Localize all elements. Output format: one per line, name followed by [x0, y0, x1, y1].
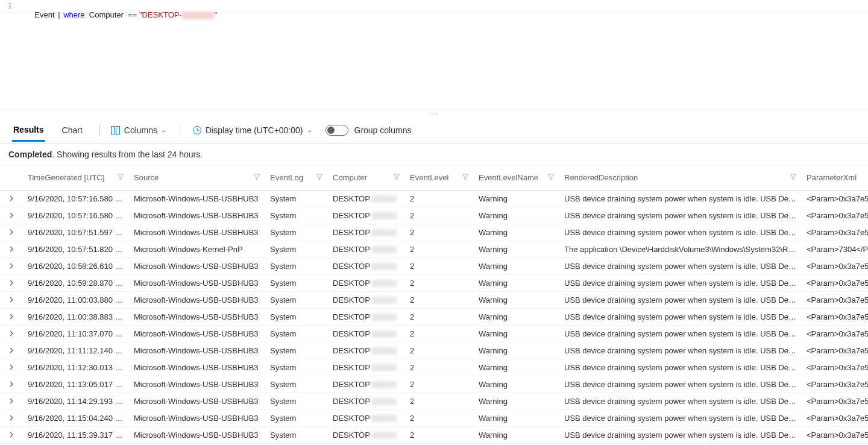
cell-eventlevel: 2 — [405, 342, 474, 359]
cell-eventlog: System — [265, 274, 328, 291]
expand-row-button[interactable] — [0, 207, 23, 224]
table-row: 9/16/2020, 11:13:05.017 PMMicrosoft-Wind… — [0, 376, 868, 393]
redacted-text — [371, 364, 397, 371]
col-header-eventlevelname[interactable]: EventLevelName — [474, 166, 559, 190]
cell-eventlevelname: Warning — [474, 376, 559, 393]
expand-row-button[interactable] — [0, 359, 23, 376]
table-header-row: TimeGenerated [UTC] Source EventLog Comp… — [0, 166, 868, 190]
cell-rendered: USB device draining system power when sy… — [559, 376, 802, 393]
filter-icon[interactable] — [117, 173, 124, 182]
cell-computer: DESKTOP — [328, 190, 405, 207]
cell-source: Microsoft-Windows-USB-USBHUB3 — [129, 274, 265, 291]
query-code[interactable]: Event | where Computer == "DESKTOP-" — [16, 1, 217, 11]
filter-icon[interactable] — [547, 173, 555, 182]
col-header-eventlevel[interactable]: EventLevel — [405, 166, 474, 190]
redacted-text — [371, 246, 397, 253]
table-row: 9/16/2020, 11:15:39.317 PMMicrosoft-Wind… — [0, 426, 868, 443]
cell-time: 9/16/2020, 11:00:38.883 PM — [23, 308, 129, 325]
cell-computer: DESKTOP — [328, 207, 405, 224]
col-header-computer[interactable]: Computer — [328, 166, 405, 190]
filter-icon[interactable] — [253, 173, 260, 182]
col-header-paramxml[interactable]: ParameterXml — [802, 166, 868, 190]
table-row: 9/16/2020, 10:59:28.870 PMMicrosoft-Wind… — [0, 274, 868, 291]
results-toolbar: Results Chart Columns ⌄ Display time (UT… — [0, 117, 868, 144]
status-bar: Completed. Showing results from the last… — [0, 144, 868, 166]
expand-row-button[interactable] — [0, 224, 23, 241]
redacted-text — [371, 229, 397, 236]
cell-computer: DESKTOP — [328, 376, 405, 393]
expand-row-button[interactable] — [0, 342, 23, 359]
filter-icon[interactable] — [462, 173, 469, 182]
cell-computer: DESKTOP — [328, 342, 405, 359]
cell-eventlevel: 2 — [405, 257, 474, 274]
cell-paramxml: <Param>0x3a7e588 — [802, 224, 868, 241]
cell-time: 9/16/2020, 11:15:39.317 PM — [23, 426, 129, 443]
cell-eventlog: System — [265, 426, 328, 443]
query-editor[interactable]: 1 Event | where Computer == "DESKTOP-" — [0, 0, 868, 13]
expand-row-button[interactable] — [0, 274, 23, 291]
cell-rendered: USB device draining system power when sy… — [559, 224, 802, 241]
results-table-wrap[interactable]: TimeGenerated [UTC] Source EventLog Comp… — [0, 166, 868, 444]
expand-row-button[interactable] — [0, 426, 23, 443]
expand-row-button[interactable] — [0, 409, 23, 426]
expand-row-button[interactable] — [0, 241, 23, 257]
cell-eventlevel: 2 — [405, 376, 474, 393]
cell-eventlevel: 2 — [405, 241, 474, 257]
cell-source: Microsoft-Windows-USB-USBHUB3 — [129, 376, 265, 393]
cell-eventlog: System — [265, 224, 328, 241]
expand-row-button[interactable] — [0, 325, 23, 342]
filter-icon[interactable] — [790, 173, 797, 182]
cell-time: 9/16/2020, 10:57:51.820 PM — [23, 241, 129, 257]
cell-eventlevel: 2 — [405, 207, 474, 224]
cell-eventlevelname: Warning — [474, 274, 559, 291]
cell-eventlevelname: Warning — [474, 359, 559, 376]
editor-blank-area[interactable] — [0, 13, 868, 110]
cell-eventlevelname: Warning — [474, 190, 559, 207]
cell-paramxml: <Param>0x3a7e588 — [802, 257, 868, 274]
columns-icon — [111, 126, 121, 134]
resize-handle[interactable]: ··· — [0, 110, 868, 117]
cell-time: 9/16/2020, 10:57:16.580 PM — [23, 190, 129, 207]
table-row: 9/16/2020, 10:57:51.820 PMMicrosoft-Wind… — [0, 241, 868, 257]
filter-icon[interactable] — [393, 173, 400, 182]
cell-rendered: USB device draining system power when sy… — [559, 325, 802, 342]
col-header-rendered[interactable]: RenderedDescription — [559, 166, 802, 190]
col-header-time[interactable]: TimeGenerated [UTC] — [23, 166, 129, 190]
cell-eventlevelname: Warning — [474, 325, 559, 342]
cell-rendered: USB device draining system power when sy… — [559, 342, 802, 359]
expand-row-button[interactable] — [0, 393, 23, 409]
display-time-button[interactable]: Display time (UTC+00:00) ⌄ — [192, 125, 312, 135]
cell-eventlog: System — [265, 241, 328, 257]
expand-row-button[interactable] — [0, 257, 23, 274]
table-row: 9/16/2020, 10:57:16.580 PMMicrosoft-Wind… — [0, 190, 868, 207]
cell-eventlevel: 2 — [405, 359, 474, 376]
filter-icon[interactable] — [316, 173, 323, 182]
cell-eventlevelname: Warning — [474, 241, 559, 257]
tab-results[interactable]: Results — [12, 119, 45, 142]
table-row: 9/16/2020, 11:15:04.240 PMMicrosoft-Wind… — [0, 409, 868, 426]
expand-row-button[interactable] — [0, 308, 23, 325]
cell-eventlevel: 2 — [405, 409, 474, 426]
expand-row-button[interactable] — [0, 376, 23, 393]
display-time-label: Display time (UTC+00:00) — [206, 125, 303, 135]
table-row: 9/16/2020, 10:57:51.597 PMMicrosoft-Wind… — [0, 224, 868, 241]
cell-source: Microsoft-Windows-USB-USBHUB3 — [129, 308, 265, 325]
separator — [99, 124, 100, 136]
group-columns-toggle[interactable] — [326, 125, 348, 136]
redacted-text — [371, 314, 397, 321]
cell-rendered: USB device draining system power when sy… — [559, 257, 802, 274]
tab-chart[interactable]: Chart — [61, 119, 84, 140]
cell-time: 9/16/2020, 10:57:51.597 PM — [23, 224, 129, 241]
expand-row-button[interactable] — [0, 291, 23, 308]
table-row: 9/16/2020, 11:00:38.883 PMMicrosoft-Wind… — [0, 308, 868, 325]
cell-time: 9/16/2020, 11:14:29.193 PM — [23, 393, 129, 409]
col-header-eventlog[interactable]: EventLog — [265, 166, 328, 190]
expand-row-button[interactable] — [0, 190, 23, 207]
redacted-text — [371, 347, 397, 355]
cell-computer: DESKTOP — [328, 308, 405, 325]
cell-time: 9/16/2020, 11:12:30.013 PM — [23, 359, 129, 376]
cell-computer: DESKTOP — [328, 257, 405, 274]
col-header-source[interactable]: Source — [129, 166, 265, 190]
columns-button[interactable]: Columns ⌄ — [111, 125, 166, 135]
cell-rendered: The application \Device\HarddiskVolume3\… — [559, 241, 802, 257]
